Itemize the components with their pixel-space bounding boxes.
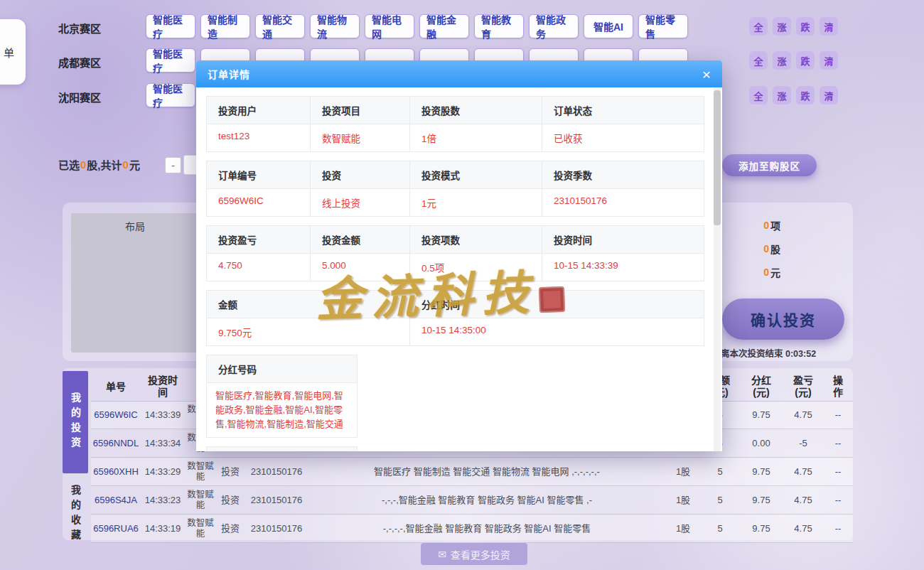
fall-button[interactable]: 跌 (796, 17, 815, 36)
stat-unit: 股 (770, 242, 780, 256)
field-label: 投资盈亏 (207, 226, 311, 254)
fall-button[interactable]: 跌 (796, 86, 815, 104)
cell-action: -- (823, 523, 853, 534)
cell-profit: 4.75 (783, 466, 823, 477)
header-action: 操作 (823, 375, 853, 399)
field-value: 数智赋能 (311, 124, 410, 152)
modal-title: 订单详情 (208, 67, 250, 81)
selected-amount: 0 (122, 158, 129, 171)
modal-body: 投资用户 投资项目 投资股数 订单状态 test123 数智赋能 1倍 已收获 … (196, 87, 712, 451)
header-dividend: 分红(元) (739, 375, 783, 399)
select-all-button[interactable]: 全 (749, 86, 768, 104)
rise-button[interactable]: 涨 (773, 17, 791, 36)
clear-button[interactable]: 清 (820, 86, 838, 104)
cell-dividend: 0.00 (739, 438, 783, 448)
zone-actions: 全 涨 跌 清 (749, 51, 838, 70)
tag-button[interactable]: 智能AI (584, 14, 633, 38)
cell-shares: 1股 (665, 495, 701, 505)
cell-content: -,-,-,-,智能金融 智能教育 智能政务 智能AI 智能零售 (308, 523, 665, 534)
cell-shares: 1股 (665, 523, 701, 534)
close-icon[interactable]: × (702, 67, 711, 82)
tag-button[interactable]: 智能电网 (365, 14, 414, 38)
tag-button[interactable]: 智能交通 (255, 14, 305, 38)
tag-button[interactable]: 智能金融 (419, 14, 469, 38)
cell-order-no: 6596S4JA (91, 495, 141, 505)
side-flag-label: 单 (4, 45, 14, 60)
select-all-button[interactable]: 全 (749, 51, 768, 70)
field-value: 已收获 (542, 124, 704, 152)
field-value: 5.000 (311, 254, 410, 281)
cell-dividend: 9.75 (739, 466, 783, 477)
modal-scrollbar (714, 87, 721, 451)
tag-button[interactable]: 智能医疗 (146, 48, 195, 72)
cell-amount: 5 (701, 495, 739, 505)
tag-button[interactable]: 智能零售 (638, 14, 688, 38)
table-row[interactable]: 6596S4JA 14:33:23 数智赋能 投资 2310150176 -,-… (91, 486, 853, 515)
select-all-button[interactable]: 全 (749, 17, 768, 36)
field-value: 线上投资 (311, 189, 410, 217)
cell-time: 14:33:39 (141, 409, 185, 420)
side-flag-panel[interactable]: 单 (0, 19, 26, 85)
selection-summary: 已选0股,共计0元 (58, 155, 140, 173)
cell-action: -- (823, 409, 853, 420)
cell-dividend: 9.75 (739, 409, 783, 420)
cell-profit: 4.75 (783, 523, 823, 534)
field-value: 智能医疗,智能教育,智能电网,智能政务,智能金融,智能AI,智能零售,智能物流,… (207, 383, 358, 438)
tag-list: 智能医疗 智能制造 智能交通 智能物流 智能电网 智能金融 智能教育 智能政务 … (146, 14, 688, 38)
tab-my-investments[interactable]: 我的投资 (63, 371, 88, 473)
cell-season: 2310150176 (245, 466, 308, 477)
field-label: 投资 (311, 161, 410, 189)
confirm-invest-button[interactable]: 确认投资 (722, 299, 844, 340)
field-label: 投资股数 (410, 97, 542, 124)
selection-prefix: 已选 (58, 157, 80, 172)
field-value: 1元 (410, 189, 542, 217)
stat-shares: 0 股 (763, 242, 780, 256)
detail-section-2: 订单编号 投资 投资模式 投资季数 6596W6IC 线上投资 1元 23101… (206, 161, 704, 217)
countdown-label: 离本次投资结束 (721, 349, 783, 359)
cell-time: 14:33:23 (141, 495, 185, 505)
clear-button[interactable]: 清 (820, 17, 838, 36)
tag-button[interactable]: 智能制造 (200, 14, 250, 38)
tag-button[interactable]: 智能教育 (474, 14, 524, 38)
cell-dividend: 9.75 (739, 523, 783, 534)
cell-content: 智能医疗 智能制造 智能交通 智能物流 智能电网 ,-,-,-,-,- (308, 466, 665, 477)
cell-order-no: 6596W6IC (91, 409, 141, 420)
field-label: 分红时间 (410, 291, 704, 318)
order-detail-modal: 订单详情 × 投资用户 投资项目 投资股数 订单状态 test123 数智赋能 … (196, 60, 722, 451)
clear-button[interactable]: 清 (820, 51, 838, 70)
quantity-minus-button[interactable]: - (165, 157, 181, 173)
rise-button[interactable]: 涨 (773, 51, 791, 70)
field-label: 投资项目 (311, 97, 410, 124)
view-more-button[interactable]: ✉ 查看更多投资 (421, 543, 527, 565)
selected-count: 0 (80, 158, 87, 171)
cell-season: 2310150176 (245, 495, 308, 505)
field-value: 4.750 (207, 254, 311, 281)
tag-button[interactable]: 智能医疗 (146, 83, 195, 107)
field-label: 投资项数 (410, 226, 542, 254)
cell-action: -- (823, 495, 853, 505)
tag-button[interactable]: 智能医疗 (146, 14, 195, 38)
zone-actions: 全 涨 跌 清 (749, 86, 838, 104)
stat-value: 0 (763, 267, 769, 278)
cell-time: 14:33:19 (141, 523, 185, 534)
tag-button[interactable]: 智能物流 (310, 14, 360, 38)
fall-button[interactable]: 跌 (796, 51, 815, 70)
modal-header: 订单详情 × (196, 60, 722, 87)
add-to-cart-button[interactable]: 添加至购股区 (722, 154, 817, 176)
cell-order-no: 65960XHH (91, 466, 141, 477)
table-row[interactable]: 6596RUA6 14:33:19 数智赋能 投资 2310150176 -,-… (91, 515, 853, 543)
scrollbar-thumb[interactable] (714, 90, 721, 225)
table-row[interactable]: 65960XHH 14:33:29 数智赋能 投资 2310150176 智能医… (91, 458, 853, 486)
tab-layout[interactable]: 布局 (71, 213, 199, 239)
tag-button[interactable]: 智能政务 (529, 14, 579, 38)
field-value: 2310150176 (542, 189, 704, 217)
cell-content: -,-,-,智能金融 智能教育 智能政务 智能AI 智能零售 ,- (308, 495, 665, 505)
header-order-no: 单号 (91, 381, 141, 393)
detail-section-3: 投资盈亏 投资金额 投资项数 投资时间 4.750 5.000 0.5项 10-… (206, 225, 704, 281)
field-value: 9.750元 (207, 318, 410, 346)
rise-button[interactable]: 涨 (773, 86, 791, 104)
cell-profit: 4.75 (783, 495, 823, 505)
cell-mode: 投资 (216, 495, 245, 505)
tab-my-favorites[interactable]: 我的收藏 (63, 475, 88, 554)
field-label: 投资模式 (410, 161, 542, 189)
